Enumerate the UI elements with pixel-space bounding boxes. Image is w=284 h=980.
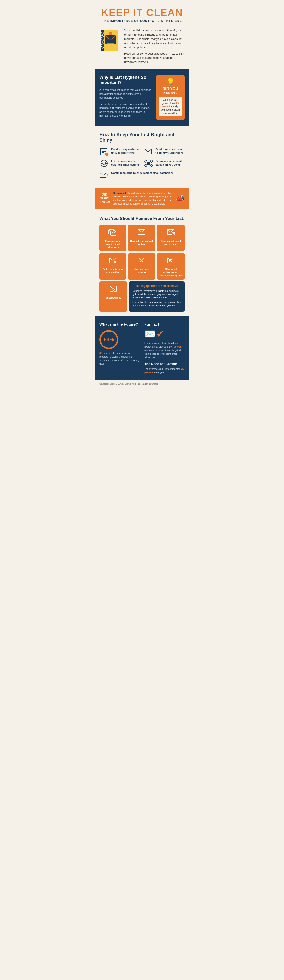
- remove-bounces-label: Hard and soft bounces: [130, 268, 153, 274]
- reengage-icon: [99, 171, 109, 180]
- svg-point-25: [145, 164, 147, 167]
- alias-icon: [159, 256, 183, 267]
- future-right: Fun fact ✉️✔ Email marketers have found,…: [144, 322, 185, 374]
- remove-disengaged: Disengaged email subscribers: [157, 225, 185, 251]
- remove-unsubscribe-label: Unsubscribes: [101, 296, 125, 299]
- how-title: How to Keep Your List Bright and Shiny: [99, 132, 185, 143]
- why-section: Why is List Hygiene So Important? A "cle…: [95, 69, 189, 126]
- fun-fact-text: Email marketers have found, on average, …: [144, 342, 185, 359]
- why-title: Why is List Hygiene So Important?: [99, 75, 153, 85]
- remove-alias-label: Alias email addresses ex: sales@company.…: [159, 268, 183, 277]
- notebook-icon: [99, 29, 121, 53]
- opt-in-icon: [130, 228, 153, 238]
- remove-inactive-label: Old contacts who are inactive: [101, 268, 124, 274]
- remove-unsubscribe: Unsubscribes: [99, 282, 127, 312]
- tip2-text: Send a welcome email to all new subscrib…: [156, 148, 185, 155]
- tip5-text: Continue to send re-engagement email cam…: [111, 171, 174, 175]
- reengage-box: Re-engage Before You Remove Before you r…: [129, 282, 185, 312]
- bounces-icon: [130, 256, 153, 267]
- intro-section: Your email database is the foundation of…: [95, 25, 189, 69]
- tips-grid: Provide easy and clear unsubscribe forms…: [99, 148, 185, 180]
- tip4-text: Segment every email campaign you send: [156, 159, 185, 167]
- reengage-title: Re-engage Before You Remove: [132, 284, 182, 288]
- reengage-row: Unsubscribes Re-engage Before You Remove…: [99, 282, 185, 312]
- main-subtitle: THE IMPORTANCE OF CONTACT LIST HYGIENE: [99, 19, 185, 22]
- intro-paragraph1: Your email database is the foundation of…: [124, 29, 185, 50]
- how-section: How to Keep Your List Bright and Shiny P…: [95, 126, 189, 185]
- future-section: What's in the Future? 63% 63 percent of …: [95, 317, 189, 380]
- remove-disengaged-label: Disengaged email subscribers: [159, 240, 183, 246]
- tip3-text: Let the subscribers edit their email set…: [111, 159, 140, 167]
- main-title: KEEP IT CLEAN: [99, 7, 185, 18]
- percent-value: 63%: [104, 337, 114, 343]
- why-text1: A "clean email list" means that your bus…: [99, 88, 153, 100]
- reengage-text2: If the subscriber remains inactive, you …: [132, 301, 182, 307]
- inactive-icon: [101, 256, 124, 267]
- email-check-icon: ✉️✔: [144, 328, 185, 340]
- dyk-banner: DIDYOU?KNOW 20+ percent of email registr…: [95, 188, 189, 209]
- remove-opt-in-label: Contact who did not opt-in: [130, 240, 153, 246]
- fun-fact-title: Fun fact: [144, 322, 185, 326]
- duplicate-icon: [101, 228, 124, 238]
- tip-welcome-email: Send a welcome email to all new subscrib…: [144, 148, 185, 156]
- unsubscribe-form-icon: [99, 148, 109, 156]
- intro-paragraph2: Read on for some best practices on how t…: [124, 52, 185, 64]
- tip-unsubscribe-forms: Provide easy and clear unsubscribe forms: [99, 148, 140, 156]
- why-left: Why is List Hygiene So Important? A "cle…: [99, 75, 153, 120]
- svg-point-8: [108, 32, 112, 35]
- disengaged-icon: [159, 228, 183, 238]
- remove-bounces: Hard and soft bounces: [128, 253, 155, 280]
- future-title: What's in the Future?: [99, 322, 140, 326]
- future-stat: 63 percent of email marketers reported "…: [99, 352, 140, 366]
- svg-point-24: [150, 160, 153, 162]
- remove-section: What You Should Remove From Your List: D…: [95, 212, 189, 317]
- lightbulb-icon: 💡: [159, 78, 182, 86]
- page-header: KEEP IT CLEAN THE IMPORTANCE OF CONTACT …: [95, 0, 189, 25]
- tip1-text: Provide easy and clear unsubscribe forms: [111, 148, 140, 155]
- dyk-banner-text: 20+ percent of email registrations conta…: [113, 191, 173, 205]
- dyk-title: DID YOUKNOW?: [159, 87, 182, 95]
- remove-duplicate-label: Duplicate and invalid email addresses: [101, 240, 124, 249]
- future-left: What's in the Future? 63% 63 percent of …: [99, 322, 140, 374]
- reengage-text1: Before you remove your inactive subscrib…: [132, 290, 182, 299]
- segment-icon: [144, 159, 153, 168]
- svg-point-23: [145, 160, 147, 162]
- unsubscribe-icon: [101, 285, 125, 295]
- remove-title: What You Should Remove From Your List:: [99, 216, 185, 221]
- svg-point-16: [101, 160, 107, 167]
- remove-grid: Duplicate and invalid email addresses Co…: [99, 225, 185, 280]
- did-you-know-box: 💡 DID YOUKNOW? A bounce rate greater tha…: [156, 75, 185, 120]
- svg-point-22: [147, 162, 150, 165]
- intro-text: Your email database is the foundation of…: [124, 29, 185, 64]
- svg-point-17: [103, 162, 105, 165]
- svg-rect-39: [114, 261, 116, 263]
- edit-settings-icon: [99, 159, 109, 168]
- tip-segment: Segment every email campaign you send: [144, 159, 185, 168]
- remove-duplicate: Duplicate and invalid email addresses: [99, 225, 126, 251]
- welcome-email-icon: [144, 148, 153, 156]
- sources: Sources: Hubspot, Survey Gizmo, Add This…: [95, 380, 189, 387]
- need-title: The Need for Growth: [144, 362, 185, 366]
- why-text2: Subscribers can become unengaged and beg…: [99, 102, 153, 118]
- svg-point-26: [150, 164, 153, 167]
- tip-reengage: Continue to send re-engagement email cam…: [99, 171, 185, 180]
- dyk-fact: A bounce rate greater than 3-5 percent i…: [159, 97, 182, 116]
- percent-circle: 63%: [99, 330, 118, 349]
- megaphone-icon: 📣: [176, 194, 185, 202]
- svg-point-43: [170, 260, 171, 261]
- remove-inactive: Old contacts who are inactive: [99, 253, 126, 280]
- need-text: The average email list depreciates 25 pe…: [144, 367, 185, 374]
- remove-opt-in: Contact who did not opt-in: [128, 225, 155, 251]
- tip-edit-settings: Let the subscribers edit their email set…: [99, 159, 140, 168]
- dyk-banner-heading: DIDYOU?KNOW: [99, 192, 110, 204]
- remove-alias: Alias email addresses ex: sales@company.…: [157, 253, 185, 280]
